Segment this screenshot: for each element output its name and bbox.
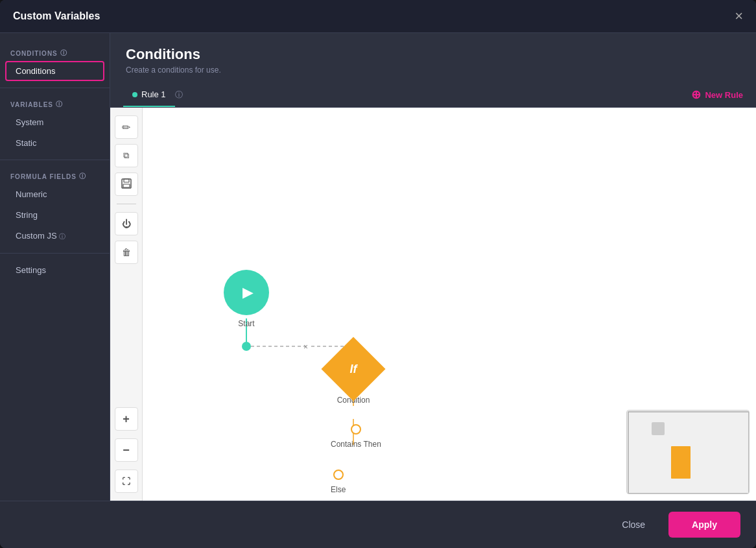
contains-then-label: Contains Then — [331, 440, 381, 449]
variables-info-icon: ⓘ — [56, 100, 63, 109]
zoom-in-icon: + — [123, 412, 130, 426]
variables-section-label: VARIABLES ⓘ — [0, 95, 110, 112]
flow-canvas[interactable]: × — [143, 108, 756, 501]
trash-icon: 🗑 — [122, 247, 131, 257]
rule1-active-dot — [132, 92, 137, 97]
start-node[interactable]: ▶ Start — [224, 270, 269, 328]
sidebar-item-custom-js[interactable]: Custom JS ⓘ — [5, 226, 104, 246]
fit-button[interactable]: ⛶ — [115, 470, 138, 493]
modal-close-button[interactable]: × — [735, 9, 743, 23]
fit-icon: ⛶ — [122, 477, 130, 486]
tabs-bar: Rule 1 ⓘ ⊕ New Rule — [110, 82, 756, 108]
save-icon — [121, 178, 132, 191]
conditions-section-label: CONDITIONS ⓘ — [0, 43, 110, 60]
start-node-wrapper: ▶ Start — [224, 270, 269, 328]
modal-footer: Close Apply — [0, 501, 756, 548]
canvas-wrapper: ✏ ⧉ — [110, 108, 756, 501]
edit-tool-button[interactable]: ✏ — [115, 115, 138, 139]
then-branch-wrapper: Contains Then — [331, 419, 381, 449]
flow-diagram: × — [182, 127, 571, 501]
svg-rect-2 — [123, 184, 130, 187]
zoom-in-button[interactable]: + — [115, 407, 138, 431]
tools-divider — [117, 204, 136, 204]
sidebar-item-static[interactable]: Static — [5, 133, 104, 153]
save-tool-button[interactable] — [115, 173, 138, 196]
sidebar-item-conditions[interactable]: Conditions — [5, 61, 104, 81]
copy-icon: ⧉ — [123, 150, 129, 161]
sidebar-divider-1 — [0, 88, 110, 88]
copy-tool-button[interactable]: ⧉ — [115, 144, 138, 167]
apply-button[interactable]: Apply — [668, 512, 740, 538]
canvas-tools-panel: ✏ ⧉ — [110, 108, 143, 501]
condition-node-wrapper: If Condition — [331, 346, 376, 405]
modal-header: Custom Variables × — [0, 0, 756, 33]
play-icon: ▶ — [242, 284, 254, 301]
custom-variables-modal: Custom Variables × CONDITIONS ⓘ Conditio… — [0, 0, 756, 548]
formula-section-label: FORMULA FIELDS ⓘ — [0, 167, 110, 184]
new-rule-label: New Rule — [705, 90, 743, 100]
close-button[interactable]: Close — [606, 513, 661, 536]
sidebar-divider-2 — [0, 160, 110, 160]
conditions-info-icon: ⓘ — [60, 49, 67, 58]
page-subtitle: Create a conditions for use. — [126, 66, 740, 75]
main-content: Conditions Create a conditions for use. … — [110, 33, 756, 501]
power-icon: ⏻ — [122, 219, 131, 229]
if-text: If — [350, 363, 357, 376]
sidebar-item-system[interactable]: System — [5, 112, 104, 132]
sidebar-item-settings[interactable]: Settings — [5, 260, 104, 280]
pencil-icon: ✏ — [122, 121, 130, 134]
sidebar-divider-3 — [0, 253, 110, 254]
svg-point-3 — [242, 342, 251, 351]
condition-diamond[interactable]: If — [322, 337, 386, 401]
custom-js-info-icon: ⓘ — [59, 233, 65, 240]
formula-info-icon: ⓘ — [79, 172, 86, 181]
tab-rule1[interactable]: Rule 1 — [123, 83, 175, 107]
content-header: Conditions Create a conditions for use. — [110, 33, 756, 82]
svg-text:×: × — [303, 342, 308, 351]
condition-node[interactable]: If Condition — [331, 346, 376, 405]
tab-rule1-label: Rule 1 — [141, 89, 166, 99]
then-dot — [351, 424, 361, 435]
else-label: Else — [331, 485, 346, 494]
start-label: Start — [238, 319, 254, 328]
modal-title: Custom Variables — [13, 10, 100, 22]
delete-tool-button[interactable]: 🗑 — [115, 241, 138, 264]
else-branch-wrapper: Else — [331, 464, 346, 494]
then-branch[interactable]: Contains Then — [331, 419, 381, 449]
else-branch[interactable]: Else — [331, 464, 346, 494]
svg-rect-12 — [652, 422, 665, 435]
power-tool-button[interactable]: ⏻ — [115, 212, 138, 235]
tab-info-icon: ⓘ — [175, 89, 183, 101]
else-dot — [333, 470, 344, 480]
new-rule-plus-icon: ⊕ — [691, 88, 701, 102]
zoom-out-icon: − — [123, 444, 130, 457]
svg-rect-13 — [671, 446, 691, 479]
mini-map-svg — [627, 411, 750, 494]
new-rule-button[interactable]: ⊕ New Rule — [691, 82, 743, 107]
zoom-out-button[interactable]: − — [115, 438, 138, 462]
page-title: Conditions — [126, 46, 740, 63]
sidebar-item-numeric[interactable]: Numeric — [5, 184, 104, 204]
sidebar-item-string[interactable]: String — [5, 205, 104, 225]
start-node-circle[interactable]: ▶ — [224, 270, 269, 315]
modal-body: CONDITIONS ⓘ Conditions VARIABLES ⓘ Syst… — [0, 33, 756, 501]
mini-map — [626, 410, 750, 494]
sidebar: CONDITIONS ⓘ Conditions VARIABLES ⓘ Syst… — [0, 33, 110, 501]
